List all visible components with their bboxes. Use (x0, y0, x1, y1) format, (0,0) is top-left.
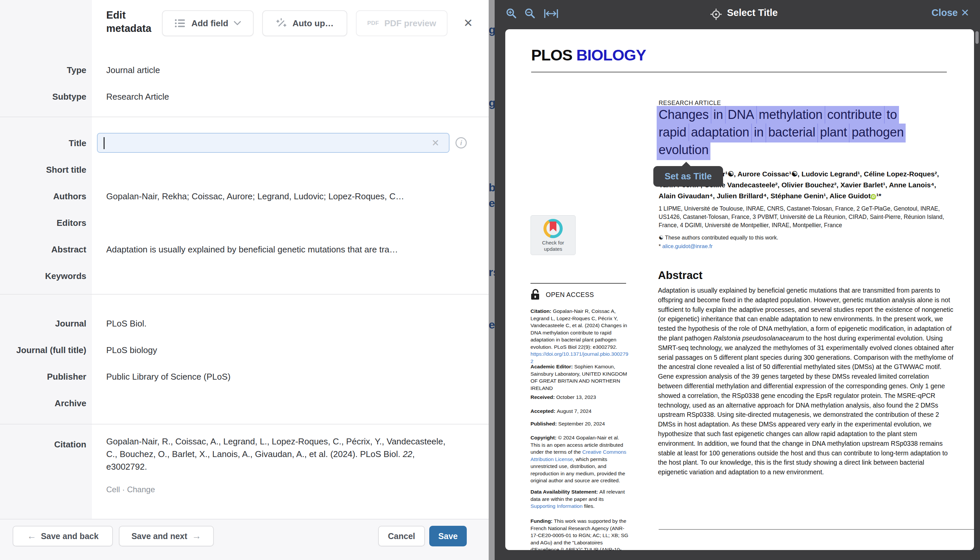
short-title-label: Short title (0, 165, 86, 175)
pdf-page: PLOS BIOLOGY RESEARCH ARTICLE ChangesinD… (505, 29, 974, 550)
pdf-authors-line: Alain Givaudan⁴, Julien Brillard⁴, Stéph… (659, 192, 957, 200)
close-dialog-icon[interactable]: ✕ (463, 17, 473, 28)
background-text-fragment: gl (489, 96, 495, 109)
email-link[interactable]: alice.guidot@inrae.fr (662, 243, 713, 249)
citation-style-name: Cell (106, 485, 120, 494)
auto-update-label: Auto up… (292, 18, 334, 28)
background-text-fragment: ba (489, 181, 495, 194)
pdf-title-line-highlighted[interactable]: ChangesinDNAmethylationcontributeto (657, 108, 899, 122)
sidebar-data-availability: Data Availability Statement: All relevan… (530, 488, 629, 510)
type-value[interactable]: Journal article (106, 65, 160, 75)
viewer-close-button[interactable]: Close (932, 7, 958, 18)
publisher-label: Publisher (0, 372, 86, 382)
fit-width-icon[interactable] (544, 8, 558, 20)
editors-label: Editors (0, 218, 86, 228)
section-divider (0, 117, 489, 117)
arrow-right-icon: → (192, 531, 201, 542)
app-root: { "colors": { "accent_blue": "#3070a8", … (0, 0, 980, 560)
background-text-fragment: rs (489, 266, 495, 279)
journal-full-title-label: Journal (full title) (0, 345, 86, 355)
sidebar-academic-editor: Academic Editor: Sophien Kamoun, Sainsbu… (530, 363, 629, 392)
sidebar-citation: Citation: Gopalan-Nair R, Coissac A, Leg… (530, 308, 629, 365)
open-access-label: OPEN ACCESS (546, 291, 594, 298)
abstract-heading: Abstract (658, 269, 703, 282)
title-input[interactable] (97, 133, 450, 153)
type-label: Type (0, 65, 86, 75)
plos-biology-logo: PLOS BIOLOGY (531, 46, 646, 64)
abstract-value[interactable]: Adaptation is usually explained by benef… (106, 245, 398, 255)
viewer-scrollbar[interactable] (975, 31, 979, 44)
pdf-title-line-highlighted[interactable]: evolution (657, 143, 711, 157)
add-field-button[interactable]: Add field (162, 10, 254, 36)
doi-link[interactable]: https://doi.org/10.1371/journal.pbio.300… (530, 351, 628, 364)
open-access-row: OPEN ACCESS (530, 289, 630, 302)
clear-input-icon[interactable]: ✕ (432, 138, 439, 148)
set-as-title-tooltip[interactable]: Set as Title (653, 166, 723, 187)
corresponding-email: * alice.guidot@inrae.fr (659, 243, 713, 250)
open-lock-icon (530, 289, 541, 301)
sidebar-accepted: Accepted: August 7, 2024 (530, 408, 629, 415)
abstract-body: Adaptation is usually explained by benef… (658, 286, 954, 477)
text-caret (104, 137, 105, 149)
journal-label: Journal (0, 318, 86, 329)
pdf-affiliations: 1 LIPME, Université de Toulouse, INRAE, … (659, 205, 959, 230)
pdf-preview-button[interactable]: PDF PDF preview (356, 10, 447, 36)
article-type-eyebrow: RESEARCH ARTICLE (659, 100, 721, 107)
abstract-rule (659, 529, 974, 530)
journal-full-title-value[interactable]: PLoS biology (106, 345, 157, 355)
section-divider (0, 424, 489, 425)
edit-metadata-panel: Edit metadata Add field Auto up… PDF PDF… (0, 0, 489, 560)
select-target-icon (710, 8, 723, 22)
publisher-value[interactable]: Public Library of Science (PLoS) (106, 372, 230, 382)
add-field-label: Add field (191, 18, 228, 28)
sidebar-received: Received: October 13, 2023 (530, 393, 629, 401)
cancel-button[interactable]: Cancel (378, 526, 425, 547)
auto-update-button[interactable]: Auto up… (262, 10, 347, 36)
save-button[interactable]: Save (429, 526, 467, 547)
dialog-footer: ← Save and back Save and next → Cancel S… (0, 519, 489, 560)
keywords-label: Keywords (0, 271, 86, 281)
abstract-label: Abstract (0, 245, 86, 255)
citation-preview: Gopalan-Nair, R., Coissac, A., Legrand, … (106, 435, 453, 473)
viewer-mode-title: Select Title (727, 7, 778, 18)
authors-value[interactable]: Gopalan-Nair, Rekha; Coissac, Aurore; Le… (106, 191, 404, 202)
zoom-out-icon[interactable] (525, 8, 536, 21)
equal-contribution-note: ☯ These authors contributed equally to t… (659, 235, 778, 241)
supporting-information-link[interactable]: Supporting Information (530, 503, 583, 509)
citation-label: Citation (0, 440, 86, 450)
check-for-updates-badge[interactable]: Check forupdates (530, 215, 576, 255)
save-and-back-button[interactable]: ← Save and back (13, 526, 113, 547)
citation-volume: 22 (403, 449, 412, 459)
logo-rule (531, 72, 947, 72)
arrow-left-icon: ← (27, 531, 36, 542)
journal-value[interactable]: PLoS Biol. (106, 318, 146, 329)
background-text-fragment: en (489, 318, 495, 331)
subtype-value[interactable]: Research Article (106, 92, 169, 102)
sidebar-published: Published: September 20, 2024 (530, 420, 629, 427)
species-name: Ralstonia pseudosolanacearum (713, 335, 804, 342)
orcid-icon[interactable]: iD (870, 194, 876, 200)
archive-label: Archive (0, 398, 86, 408)
chevron-down-icon (234, 21, 241, 25)
pdf-badge-icon: PDF (367, 20, 379, 27)
sidebar-funding: Funding: This work was supported by the … (530, 517, 629, 550)
sidebar-rule (530, 283, 626, 283)
zoom-in-icon[interactable] (506, 8, 517, 21)
magic-wand-icon (276, 18, 287, 29)
dimmed-background-strip: g gl ba e rs en (489, 0, 495, 560)
authors-label: Authors (0, 191, 86, 202)
viewer-close-icon[interactable]: ✕ (961, 7, 969, 19)
citation-style-row: Cell · Change (106, 485, 155, 494)
pdf-title-line-highlighted[interactable]: rapidadaptationinbacterialplantpathogen (657, 125, 906, 140)
save-and-next-button[interactable]: Save and next → (119, 526, 214, 547)
crossmark-icon (543, 219, 563, 238)
sidebar-copyright: Copyright: © 2024 Gopalan-Nair et al. Th… (530, 434, 629, 484)
info-icon[interactable]: i (455, 137, 467, 148)
citation-change-link[interactable]: Change (127, 485, 155, 494)
subtype-label: Subtype (0, 92, 86, 102)
title-label: Title (0, 138, 86, 148)
tooltip-arrow (681, 156, 692, 167)
panel-title: Edit metadata (106, 8, 163, 35)
pdf-preview-label: PDF preview (384, 18, 436, 28)
list-icon (174, 18, 186, 28)
